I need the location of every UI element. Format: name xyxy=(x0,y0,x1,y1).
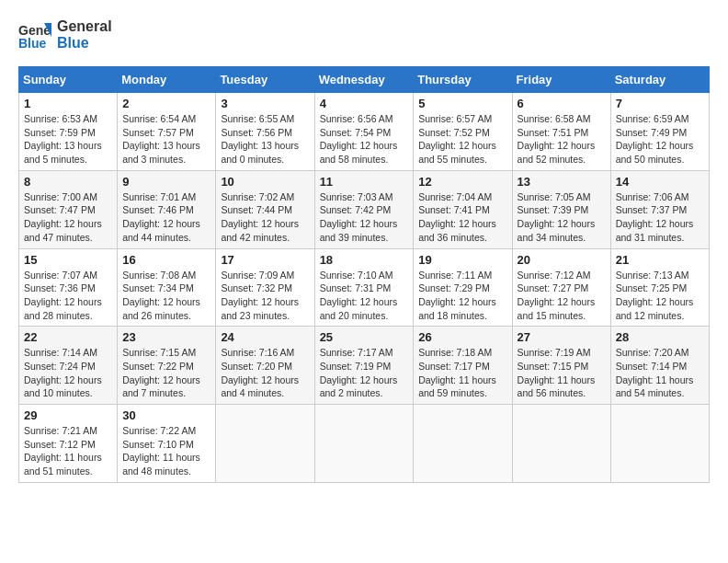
col-header-wednesday: Wednesday xyxy=(314,67,414,93)
day-info: Sunrise: 6:53 AMSunset: 7:59 PMDaylight:… xyxy=(24,112,112,167)
page-header: General Blue General Blue xyxy=(18,18,710,52)
col-header-thursday: Thursday xyxy=(414,67,512,93)
day-info: Sunrise: 6:58 AMSunset: 7:51 PMDaylight:… xyxy=(518,112,606,167)
calendar-cell: 1Sunrise: 6:53 AMSunset: 7:59 PMDaylight… xyxy=(19,93,118,171)
day-number: 24 xyxy=(221,330,309,344)
calendar-week-1: 1Sunrise: 6:53 AMSunset: 7:59 PMDaylight… xyxy=(19,93,710,171)
day-number: 29 xyxy=(24,408,112,422)
day-number: 25 xyxy=(320,330,409,344)
day-info: Sunrise: 7:15 AMSunset: 7:22 PMDaylight:… xyxy=(122,346,210,400)
logo: General Blue General Blue xyxy=(18,18,112,52)
calendar-cell: 15Sunrise: 7:07 AMSunset: 7:36 PMDayligh… xyxy=(19,248,118,327)
col-header-sunday: Sunday xyxy=(19,67,118,93)
day-number: 2 xyxy=(122,97,210,110)
day-info: Sunrise: 7:09 AMSunset: 7:32 PMDaylight:… xyxy=(221,269,309,323)
calendar-cell: 6Sunrise: 6:58 AMSunset: 7:51 PMDaylight… xyxy=(512,93,610,171)
day-number: 20 xyxy=(518,253,606,267)
calendar-cell: 19Sunrise: 7:11 AMSunset: 7:29 PMDayligh… xyxy=(414,248,512,327)
day-info: Sunrise: 7:17 AMSunset: 7:19 PMDaylight:… xyxy=(320,346,409,400)
col-header-tuesday: Tuesday xyxy=(216,67,314,93)
calendar-week-4: 22Sunrise: 7:14 AMSunset: 7:24 PMDayligh… xyxy=(19,327,710,405)
calendar-cell: 17Sunrise: 7:09 AMSunset: 7:32 PMDayligh… xyxy=(216,248,314,327)
day-number: 18 xyxy=(320,253,409,267)
day-info: Sunrise: 6:59 AMSunset: 7:49 PMDaylight:… xyxy=(616,112,704,167)
day-number: 19 xyxy=(418,253,506,267)
day-number: 13 xyxy=(518,175,606,189)
day-number: 3 xyxy=(221,97,309,110)
calendar-cell: 13Sunrise: 7:05 AMSunset: 7:39 PMDayligh… xyxy=(512,170,610,248)
day-info: Sunrise: 7:01 AMSunset: 7:46 PMDaylight:… xyxy=(122,190,210,245)
day-info: Sunrise: 7:18 AMSunset: 7:17 PMDaylight:… xyxy=(418,346,506,400)
calendar-cell: 10Sunrise: 7:02 AMSunset: 7:44 PMDayligh… xyxy=(216,170,314,248)
day-info: Sunrise: 6:55 AMSunset: 7:56 PMDaylight:… xyxy=(221,112,309,167)
calendar-cell: 30Sunrise: 7:22 AMSunset: 7:10 PMDayligh… xyxy=(118,405,216,483)
logo-blue: Blue xyxy=(57,35,112,52)
day-info: Sunrise: 7:16 AMSunset: 7:20 PMDaylight:… xyxy=(221,346,309,400)
calendar-cell: 8Sunrise: 7:00 AMSunset: 7:47 PMDaylight… xyxy=(19,170,118,248)
day-info: Sunrise: 7:13 AMSunset: 7:25 PMDaylight:… xyxy=(616,269,704,323)
day-info: Sunrise: 7:03 AMSunset: 7:42 PMDaylight:… xyxy=(320,190,409,245)
day-info: Sunrise: 7:20 AMSunset: 7:14 PMDaylight:… xyxy=(616,346,704,400)
logo-icon: General Blue xyxy=(18,18,51,52)
calendar-week-5: 29Sunrise: 7:21 AMSunset: 7:12 PMDayligh… xyxy=(19,405,710,483)
calendar-cell: 7Sunrise: 6:59 AMSunset: 7:49 PMDaylight… xyxy=(610,93,709,171)
calendar-table: SundayMondayTuesdayWednesdayThursdayFrid… xyxy=(18,66,710,483)
day-number: 27 xyxy=(518,330,606,344)
calendar-cell: 5Sunrise: 6:57 AMSunset: 7:52 PMDaylight… xyxy=(414,93,512,171)
day-info: Sunrise: 6:54 AMSunset: 7:57 PMDaylight:… xyxy=(122,112,210,167)
day-info: Sunrise: 7:12 AMSunset: 7:27 PMDaylight:… xyxy=(518,269,606,323)
calendar-cell xyxy=(414,405,512,483)
calendar-cell: 28Sunrise: 7:20 AMSunset: 7:14 PMDayligh… xyxy=(610,327,709,405)
svg-text:Blue: Blue xyxy=(18,36,47,51)
day-number: 23 xyxy=(122,330,210,344)
calendar-cell: 24Sunrise: 7:16 AMSunset: 7:20 PMDayligh… xyxy=(216,327,314,405)
calendar-cell: 18Sunrise: 7:10 AMSunset: 7:31 PMDayligh… xyxy=(314,248,414,327)
day-number: 4 xyxy=(320,97,409,110)
day-number: 9 xyxy=(122,175,210,189)
calendar-header-row: SundayMondayTuesdayWednesdayThursdayFrid… xyxy=(19,67,710,93)
day-number: 15 xyxy=(24,253,112,267)
day-info: Sunrise: 7:05 AMSunset: 7:39 PMDaylight:… xyxy=(518,190,606,245)
calendar-cell: 2Sunrise: 6:54 AMSunset: 7:57 PMDaylight… xyxy=(118,93,216,171)
day-number: 12 xyxy=(418,175,506,189)
day-number: 8 xyxy=(24,175,112,189)
calendar-cell xyxy=(610,405,709,483)
day-info: Sunrise: 7:11 AMSunset: 7:29 PMDaylight:… xyxy=(418,269,506,323)
calendar-cell xyxy=(314,405,414,483)
day-number: 16 xyxy=(122,253,210,267)
logo-general: General xyxy=(57,18,112,35)
day-number: 6 xyxy=(518,97,606,110)
day-number: 5 xyxy=(418,97,506,110)
calendar-week-3: 15Sunrise: 7:07 AMSunset: 7:36 PMDayligh… xyxy=(19,248,710,327)
calendar-cell: 12Sunrise: 7:04 AMSunset: 7:41 PMDayligh… xyxy=(414,170,512,248)
calendar-cell xyxy=(512,405,610,483)
calendar-week-2: 8Sunrise: 7:00 AMSunset: 7:47 PMDaylight… xyxy=(19,170,710,248)
day-number: 30 xyxy=(122,408,210,422)
day-number: 28 xyxy=(616,330,704,344)
day-number: 17 xyxy=(221,253,309,267)
day-number: 22 xyxy=(24,330,112,344)
calendar-cell: 25Sunrise: 7:17 AMSunset: 7:19 PMDayligh… xyxy=(314,327,414,405)
calendar-cell xyxy=(216,405,314,483)
col-header-saturday: Saturday xyxy=(610,67,709,93)
day-info: Sunrise: 7:00 AMSunset: 7:47 PMDaylight:… xyxy=(24,190,112,245)
calendar-cell: 26Sunrise: 7:18 AMSunset: 7:17 PMDayligh… xyxy=(414,327,512,405)
day-info: Sunrise: 7:02 AMSunset: 7:44 PMDaylight:… xyxy=(221,190,309,245)
day-number: 11 xyxy=(320,175,409,189)
calendar-cell: 20Sunrise: 7:12 AMSunset: 7:27 PMDayligh… xyxy=(512,248,610,327)
day-number: 10 xyxy=(221,175,309,189)
calendar-cell: 27Sunrise: 7:19 AMSunset: 7:15 PMDayligh… xyxy=(512,327,610,405)
calendar-cell: 3Sunrise: 6:55 AMSunset: 7:56 PMDaylight… xyxy=(216,93,314,171)
calendar-cell: 16Sunrise: 7:08 AMSunset: 7:34 PMDayligh… xyxy=(118,248,216,327)
day-info: Sunrise: 7:06 AMSunset: 7:37 PMDaylight:… xyxy=(616,190,704,245)
calendar-cell: 14Sunrise: 7:06 AMSunset: 7:37 PMDayligh… xyxy=(610,170,709,248)
calendar-cell: 11Sunrise: 7:03 AMSunset: 7:42 PMDayligh… xyxy=(314,170,414,248)
day-info: Sunrise: 6:57 AMSunset: 7:52 PMDaylight:… xyxy=(418,112,506,167)
day-info: Sunrise: 7:07 AMSunset: 7:36 PMDaylight:… xyxy=(24,269,112,323)
day-number: 1 xyxy=(24,97,112,110)
col-header-friday: Friday xyxy=(512,67,610,93)
calendar-cell: 29Sunrise: 7:21 AMSunset: 7:12 PMDayligh… xyxy=(19,405,118,483)
calendar-cell: 23Sunrise: 7:15 AMSunset: 7:22 PMDayligh… xyxy=(118,327,216,405)
day-info: Sunrise: 7:08 AMSunset: 7:34 PMDaylight:… xyxy=(122,269,210,323)
day-info: Sunrise: 7:21 AMSunset: 7:12 PMDaylight:… xyxy=(24,424,112,478)
